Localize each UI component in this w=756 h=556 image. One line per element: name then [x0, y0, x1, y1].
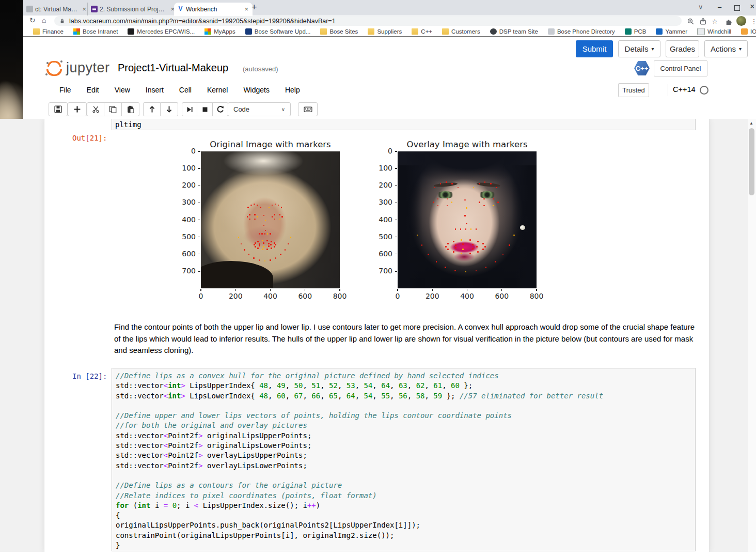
- submit-button[interactable]: Submit: [576, 40, 613, 57]
- bookmark-suppliers[interactable]: Suppliers: [368, 28, 402, 35]
- close-icon[interactable]: ×: [750, 2, 754, 11]
- share-icon[interactable]: [698, 17, 707, 26]
- menu-edit[interactable]: Edit: [79, 86, 107, 94]
- bookmark-bose-sites[interactable]: Bose Sites: [320, 28, 358, 35]
- landmark-dot: [278, 205, 279, 206]
- cut-cell-button[interactable]: [87, 102, 104, 116]
- bookmark-dsp-team-site[interactable]: DSP team Site: [490, 28, 538, 35]
- bookmark-label: Bose Intranet: [83, 28, 118, 35]
- kebab-menu-icon[interactable]: ⋮: [749, 17, 756, 26]
- bookmark-mercedes-epc-wis-[interactable]: Mercedes EPC/WIS...: [128, 28, 195, 35]
- landmark-dot: [453, 251, 454, 253]
- cell-type-value: Code: [233, 105, 249, 113]
- bookmark-bose-software-upd-[interactable]: Bose Software Upd...: [245, 28, 311, 35]
- menu-insert[interactable]: Insert: [138, 86, 171, 94]
- maximize-icon[interactable]: [734, 5, 740, 11]
- tab-close-icon[interactable]: ×: [81, 5, 87, 13]
- landmark-dot: [270, 259, 271, 260]
- landmark-dot: [290, 237, 291, 238]
- y-tick-label: 600: [370, 250, 392, 258]
- move-cell-down-button[interactable]: [161, 102, 178, 116]
- scrollbar[interactable]: ▲: [748, 119, 756, 552]
- save-button[interactable]: [49, 102, 68, 116]
- jupyter-logo[interactable]: jupyter: [46, 60, 129, 79]
- y-tick-label: 300: [370, 198, 392, 206]
- landmark-dot: [264, 233, 265, 234]
- bookmark-windchill[interactable]: Windchill: [697, 28, 731, 35]
- extensions-puzzle-icon[interactable]: [724, 17, 733, 26]
- trusted-badge[interactable]: Trusted: [618, 83, 649, 97]
- scroll-up-arrow-icon[interactable]: ▲: [749, 121, 753, 126]
- code-line: [116, 471, 695, 481]
- bookmark-finance[interactable]: Finance: [33, 28, 64, 35]
- bookmark-label: Bose Sites: [329, 28, 358, 35]
- landmark-dot: [464, 199, 465, 200]
- bookmark-customers[interactable]: Customers: [442, 28, 480, 35]
- menu-cell[interactable]: Cell: [171, 86, 199, 94]
- details-label: Details: [625, 44, 649, 53]
- new-tab-button[interactable]: +: [251, 2, 257, 13]
- bookmark-myapps[interactable]: MyApps: [204, 28, 235, 35]
- bookmark-c-[interactable]: C++: [412, 28, 432, 35]
- control-panel-button[interactable]: Control Panel: [654, 60, 707, 76]
- landmark-dot: [461, 253, 462, 254]
- landmark-dot: [266, 240, 268, 241]
- y-tick-mark: [395, 151, 397, 151]
- browser-tab-1[interactable]: ct: Virtual Makeup | Project×: [23, 3, 90, 16]
- bookmark-yammer[interactable]: Yammer: [656, 28, 687, 35]
- actions-button[interactable]: Actions▾: [704, 40, 748, 57]
- avatar[interactable]: [736, 16, 746, 26]
- y-tick-label: 100: [173, 164, 196, 172]
- landmark-dot: [274, 246, 275, 248]
- bookmark-label: MyApps: [214, 28, 235, 35]
- chevron-down-icon[interactable]: ∨: [698, 3, 703, 11]
- url-input[interactable]: labs.vocareum.com/main/main.php?m=editor…: [54, 16, 682, 26]
- run-cell-button[interactable]: [182, 102, 197, 116]
- landmark-dot: [254, 219, 255, 220]
- home-icon[interactable]: ⌂: [42, 16, 46, 24]
- cell-type-select[interactable]: Code ∨: [228, 102, 291, 116]
- menu-view[interactable]: View: [107, 86, 138, 94]
- scrollbar-thumb[interactable]: [749, 128, 754, 195]
- menu-file[interactable]: File: [52, 86, 79, 94]
- add-cell-button[interactable]: [68, 102, 87, 116]
- tab-close-icon[interactable]: ×: [243, 5, 249, 13]
- details-button[interactable]: Details▾: [618, 40, 660, 57]
- menu-help[interactable]: Help: [277, 86, 308, 94]
- x-tick-label: 200: [426, 292, 439, 300]
- x-tick-label: 400: [263, 292, 277, 300]
- copy-cell-button[interactable]: [104, 102, 122, 116]
- restart-kernel-button[interactable]: [213, 102, 228, 116]
- refresh-icon[interactable]: ↻: [29, 16, 36, 24]
- paste-cell-button[interactable]: [122, 102, 139, 116]
- truncated-code-cell[interactable]: pltimg: [112, 119, 696, 130]
- x-tick-label: 0: [396, 292, 400, 300]
- landmark-dot: [447, 198, 448, 199]
- command-palette-button[interactable]: [298, 102, 318, 116]
- code-line: for (int i = 0; i < LipsUpperIndex.size(…: [116, 501, 695, 511]
- browser-tab-2[interactable]: 2. Submission of Project1: Virtua×: [87, 3, 179, 16]
- landmark-dot: [259, 245, 260, 246]
- landmark-dot: [460, 228, 461, 229]
- code-cell-editor[interactable]: //Define lips as a convex hull for the o…: [112, 368, 696, 551]
- menu-list: FileEditViewInsertCellKernelWidgetsHelp: [52, 81, 308, 99]
- code-line: std::vector<Point2f> overlayLipsUpperPoi…: [116, 451, 695, 460]
- move-cell-up-button[interactable]: [143, 102, 161, 116]
- notebook-title[interactable]: Project1-Virtual-Makeup: [118, 62, 228, 74]
- minimize-icon[interactable]: –: [718, 3, 721, 11]
- x-tick-label: 400: [460, 292, 474, 300]
- menu-widgets[interactable]: Widgets: [235, 86, 277, 94]
- bookmark-pcb[interactable]: PCB: [625, 28, 647, 35]
- grades-button[interactable]: Grades: [666, 40, 699, 57]
- purple-tab-icon: [91, 6, 98, 12]
- bookmark-bose-phone-directory[interactable]: Bose Phone Directory: [548, 28, 615, 35]
- bookmark-star-icon[interactable]: ☆: [710, 17, 719, 26]
- browser-tab-3[interactable]: VWorkbench×: [174, 3, 253, 16]
- menu-kernel[interactable]: Kernel: [199, 86, 235, 94]
- bookmark-ios[interactable]: IOs: [741, 28, 756, 35]
- url-text: labs.vocareum.com/main/main.php?m=editor…: [69, 18, 336, 25]
- ms-favicon: [204, 28, 211, 35]
- interrupt-kernel-button[interactable]: [197, 102, 213, 116]
- zoom-icon[interactable]: [686, 17, 695, 26]
- bookmark-bose-intranet[interactable]: Bose Intranet: [73, 28, 118, 35]
